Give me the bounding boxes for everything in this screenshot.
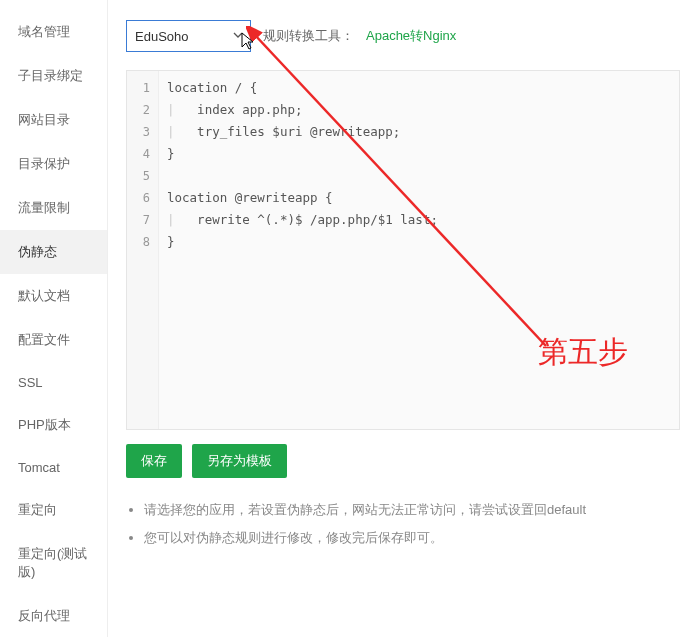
code-line: | try_files $uri @rewriteapp; xyxy=(167,121,679,143)
tip-item: 请选择您的应用，若设置伪静态后，网站无法正常访问，请尝试设置回default xyxy=(144,496,680,524)
tips-list: 请选择您的应用，若设置伪静态后，网站无法正常访问，请尝试设置回default 您… xyxy=(126,496,680,552)
line-number: 6 xyxy=(127,187,158,209)
code-line: } xyxy=(167,143,679,165)
sidebar-item-redirect[interactable]: 重定向 xyxy=(0,488,107,532)
tip-item: 您可以对伪静态规则进行修改，修改完后保存即可。 xyxy=(144,524,680,552)
tool-label: 规则转换工具： xyxy=(263,27,354,45)
sidebar-item-domain[interactable]: 域名管理 xyxy=(0,10,107,54)
sidebar-item-defaultdoc[interactable]: 默认文档 xyxy=(0,274,107,318)
save-button[interactable]: 保存 xyxy=(126,444,182,478)
sidebar-item-config[interactable]: 配置文件 xyxy=(0,318,107,362)
code-line: | rewrite ^(.*)$ /app.php/$1 last; xyxy=(167,209,679,231)
code-line: } xyxy=(167,231,679,253)
code-line: location @rewriteapp { xyxy=(167,187,679,209)
line-number: 1 xyxy=(127,77,158,99)
sidebar-item-sitedir[interactable]: 网站目录 xyxy=(0,98,107,142)
template-select-wrap: EduSoho xyxy=(126,20,251,52)
line-number: 4 xyxy=(127,143,158,165)
line-number: 3 xyxy=(127,121,158,143)
line-number: 5 xyxy=(127,165,158,187)
sidebar-item-php[interactable]: PHP版本 xyxy=(0,403,107,447)
main-panel: EduSoho 规则转换工具： Apache转Nginx 1 2 3 4 5 6 xyxy=(108,0,700,637)
sidebar-item-redirect-beta[interactable]: 重定向(测试版) xyxy=(0,532,107,594)
sidebar-item-traffic[interactable]: 流量限制 xyxy=(0,186,107,230)
sidebar-item-dirprotect[interactable]: 目录保护 xyxy=(0,142,107,186)
sidebar-item-ssl[interactable]: SSL xyxy=(0,362,107,403)
sidebar-item-proxy[interactable]: 反向代理 xyxy=(0,594,107,637)
sidebar-item-tomcat[interactable]: Tomcat xyxy=(0,447,107,488)
code-line: | index app.php; xyxy=(167,99,679,121)
sidebar-item-subdir[interactable]: 子目录绑定 xyxy=(0,54,107,98)
template-select[interactable]: EduSoho xyxy=(126,20,251,52)
line-number: 7 xyxy=(127,209,158,231)
sidebar-item-rewrite[interactable]: 伪静态 xyxy=(0,230,107,274)
code-line xyxy=(167,165,679,187)
code-line: location / { xyxy=(167,77,679,99)
code-area[interactable]: location / { | index app.php; | try_file… xyxy=(159,71,679,429)
sidebar: 域名管理 子目录绑定 网站目录 目录保护 流量限制 伪静态 默认文档 配置文件 … xyxy=(0,0,108,637)
button-row: 保存 另存为模板 xyxy=(126,444,680,478)
tool-link[interactable]: Apache转Nginx xyxy=(366,27,456,45)
line-number: 8 xyxy=(127,231,158,253)
code-editor[interactable]: 1 2 3 4 5 6 7 8 location / { | index app… xyxy=(126,70,680,430)
editor-gutter: 1 2 3 4 5 6 7 8 xyxy=(127,71,159,429)
top-row: EduSoho 规则转换工具： Apache转Nginx xyxy=(126,20,680,52)
line-number: 2 xyxy=(127,99,158,121)
save-as-template-button[interactable]: 另存为模板 xyxy=(192,444,287,478)
